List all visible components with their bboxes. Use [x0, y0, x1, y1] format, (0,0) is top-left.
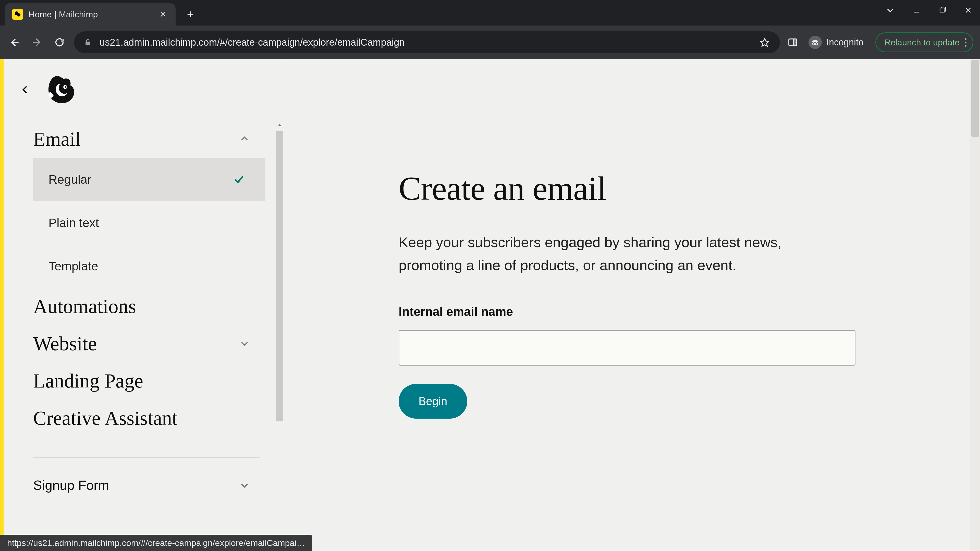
incognito-indicator[interactable]: Incognito [808, 36, 864, 49]
page-subcopy: Keep your subscribers engaged by sharing… [399, 231, 838, 276]
sidebar-item-regular[interactable]: Regular [33, 158, 266, 201]
bookmark-star-icon[interactable] [759, 36, 771, 48]
browser-back-icon[interactable] [6, 35, 22, 50]
chevron-down-icon [239, 480, 250, 491]
tab-title: Home | Mailchimp [29, 10, 153, 19]
page-title: Create an email [399, 169, 980, 208]
incognito-icon [808, 36, 822, 49]
sidebar-item-template[interactable]: Template [33, 245, 266, 288]
sidebar-item-label: Plain text [48, 216, 99, 230]
internal-email-name-input[interactable] [399, 330, 856, 365]
address-bar[interactable]: us21.admin.mailchimp.com/#/create-campai… [74, 32, 780, 53]
sidebar-header [3, 59, 286, 121]
sidebar-scrollbar[interactable] [275, 121, 285, 551]
brand-accent-rail [0, 59, 3, 551]
window-controls [885, 5, 974, 16]
status-bar: https://us21.admin.mailchimp.com/#/creat… [0, 535, 312, 551]
sidebar-heading-automations[interactable]: Automations [33, 288, 270, 325]
status-bar-url: https://us21.admin.mailchimp.com/#/creat… [7, 538, 305, 548]
browser-forward-icon[interactable] [29, 35, 45, 50]
scrollbar-thumb[interactable] [276, 130, 283, 421]
url-text: us21.admin.mailchimp.com/#/create-campai… [100, 37, 751, 48]
check-icon [233, 173, 245, 186]
svg-point-7 [815, 43, 818, 45]
svg-point-9 [65, 86, 67, 88]
begin-button-label: Begin [418, 395, 447, 407]
window-close-icon[interactable] [963, 5, 974, 16]
tab-search-icon[interactable] [885, 5, 896, 16]
sidebar-section-creative-assistant: Creative Assistant [3, 400, 270, 437]
lock-icon [83, 38, 92, 47]
browser-tab[interactable]: Home | Mailchimp [5, 3, 176, 25]
scrollbar-up-icon[interactable] [275, 121, 285, 130]
tab-strip: Home | Mailchimp [0, 0, 980, 25]
sidebar-section-email: Email Regular Plain text Template [3, 121, 270, 288]
sidebar-section-automations: Automations [3, 288, 270, 325]
mailchimp-logo-icon[interactable] [43, 72, 79, 108]
begin-button[interactable]: Begin [399, 384, 467, 419]
main-content: Create an email Keep your subscribers en… [286, 59, 980, 551]
app-viewport: Email Regular Plain text Template [0, 59, 980, 551]
sidebar: Email Regular Plain text Template [3, 59, 286, 551]
svg-rect-2 [940, 8, 944, 12]
sidebar-heading-label: Website [33, 325, 97, 362]
svg-rect-3 [86, 42, 90, 45]
sidebar-heading-label: Automations [33, 288, 136, 325]
kebab-menu-icon [965, 38, 966, 47]
sidebar-back-button[interactable] [18, 83, 32, 97]
incognito-label: Incognito [826, 37, 864, 48]
sidebar-section-website: Website [3, 325, 270, 362]
tab-close-icon[interactable] [158, 10, 168, 19]
relaunch-label: Relaunch to update [884, 38, 959, 48]
svg-point-1 [18, 13, 21, 17]
window-minimize-icon[interactable] [911, 5, 922, 16]
new-tab-button[interactable] [183, 6, 198, 22]
sidebar-divider [33, 457, 260, 457]
browser-reload-icon[interactable] [52, 35, 67, 50]
window-maximize-icon[interactable] [937, 5, 948, 16]
browser-chrome: Home | Mailchimp [0, 0, 980, 59]
sidebar-heading-landing-page[interactable]: Landing Page [33, 362, 270, 400]
sidebar-heading-label: Signup Form [33, 470, 109, 500]
sidebar-heading-label: Landing Page [33, 362, 143, 400]
field-label-internal-name: Internal email name [399, 305, 980, 319]
relaunch-button[interactable]: Relaunch to update [875, 32, 974, 52]
svg-rect-5 [794, 39, 797, 46]
sidebar-heading-website[interactable]: Website [33, 325, 270, 362]
sidebar-section-landing-page: Landing Page [3, 362, 270, 400]
sidebar-heading-creative-assistant[interactable]: Creative Assistant [33, 400, 270, 437]
sidebar-heading-signup-form[interactable]: Signup Form [33, 470, 270, 500]
sidebar-item-label: Template [48, 259, 98, 273]
chevron-down-icon [239, 338, 250, 349]
sidebar-heading-label: Creative Assistant [33, 400, 177, 437]
sidebar-scroll: Email Regular Plain text Template [3, 121, 286, 551]
sidebar-heading-email[interactable]: Email [33, 121, 270, 158]
main-scrollbar[interactable] [970, 59, 980, 551]
sidebar-item-label: Regular [48, 172, 91, 186]
mailchimp-favicon [12, 9, 23, 20]
scrollbar-thumb[interactable] [971, 60, 979, 137]
chevron-up-icon [239, 133, 250, 144]
sidebar-item-plain-text[interactable]: Plain text [33, 201, 266, 245]
sidebar-heading-label: Email [33, 121, 81, 158]
sidebar-section-signup-form: Signup Form [3, 470, 270, 500]
browser-toolbar: us21.admin.mailchimp.com/#/create-campai… [0, 25, 980, 59]
side-panel-icon[interactable] [787, 36, 799, 48]
svg-point-6 [813, 43, 815, 45]
